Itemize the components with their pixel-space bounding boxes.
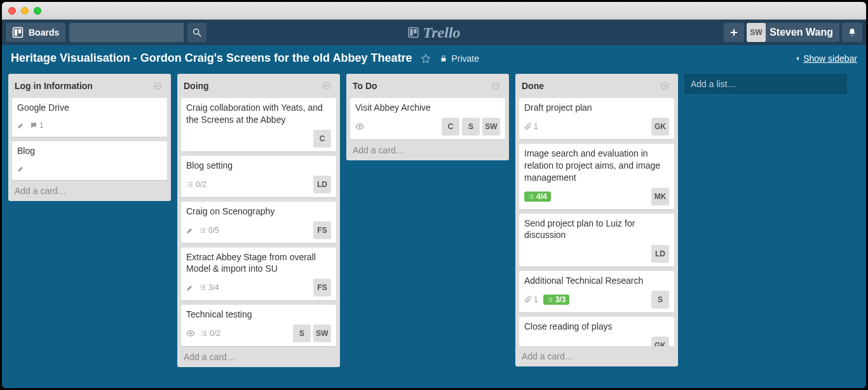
svg-rect-6	[410, 29, 413, 36]
member-avatar[interactable]: LD	[651, 245, 669, 263]
list-menu-button[interactable]	[658, 79, 672, 93]
list-todo: To Do Visit Abbey Archive C S S	[346, 74, 509, 160]
eye-icon	[186, 329, 195, 338]
board-title[interactable]: Heritage Visualisation - Gordon Craig's …	[11, 52, 412, 65]
svg-point-13	[358, 125, 361, 128]
traffic-light-close[interactable]	[8, 7, 16, 15]
card[interactable]: Google Drive 1	[12, 98, 167, 137]
add-card-button[interactable]: Add a card…	[515, 346, 678, 366]
visibility-button[interactable]: Private	[440, 53, 479, 64]
list-menu-button[interactable]	[489, 79, 503, 93]
visibility-label: Private	[451, 53, 479, 64]
notifications-button[interactable]	[842, 23, 862, 42]
member-avatar[interactable]: FS	[313, 279, 331, 296]
attachment-icon	[524, 123, 532, 130]
user-name: Steven Wang	[770, 27, 833, 38]
traffic-light-minimize[interactable]	[21, 7, 29, 15]
star-icon	[421, 53, 431, 64]
checklist-icon	[547, 296, 553, 303]
card[interactable]: Close reading of plays GK	[519, 317, 674, 346]
svg-rect-1	[15, 29, 18, 36]
svg-point-3	[194, 29, 199, 34]
card-title: Blog setting	[186, 160, 331, 172]
card[interactable]: Visit Abbey Archive C S SW	[350, 98, 505, 140]
list-menu-button[interactable]	[320, 79, 334, 93]
card-title: Draft project plan	[524, 102, 669, 114]
chevron-down-circle-icon	[660, 81, 669, 90]
list-title[interactable]: To Do	[353, 81, 377, 91]
pencil-icon	[186, 284, 194, 291]
svg-rect-2	[18, 29, 22, 34]
boards-label: Boards	[29, 27, 59, 38]
member-avatar[interactable]: S	[462, 118, 480, 136]
list-menu-button[interactable]	[151, 79, 165, 93]
card[interactable]: Draft project plan 1 GK	[519, 98, 674, 140]
list-title[interactable]: Doing	[184, 81, 209, 91]
card-title: Blog	[17, 145, 162, 157]
card-title: Image search and evaluation in relation …	[524, 148, 669, 184]
card[interactable]: Craig on Scenography 0/5 FS	[181, 202, 336, 244]
card[interactable]: Technical testing 0/2 S SW	[181, 305, 336, 347]
add-card-button[interactable]: Add a card…	[346, 140, 509, 160]
chevron-down-circle-icon	[322, 81, 331, 90]
trello-logo-text: Trello	[423, 24, 460, 41]
card[interactable]: Additional Technical Research 1 3/3 S	[519, 271, 674, 313]
svg-rect-7	[414, 29, 417, 34]
checklist-badge: 0/2	[186, 180, 207, 189]
card-title: Send project plan to Luiz for discussion	[524, 218, 669, 242]
show-sidebar-label: Show sidebar	[803, 53, 857, 64]
member-avatar[interactable]: MK	[651, 188, 669, 205]
member-avatar[interactable]: GK	[651, 118, 669, 136]
create-button[interactable]	[724, 23, 744, 42]
checklist-badge: 0/2	[200, 329, 220, 338]
member-avatar[interactable]: C	[313, 130, 331, 148]
card-title: Craig on Scenography	[186, 205, 331, 218]
svg-rect-8	[442, 58, 446, 62]
user-menu[interactable]: SW Steven Wang	[747, 23, 839, 42]
card[interactable]: Blog	[12, 141, 167, 181]
member-avatar[interactable]: FS	[313, 221, 331, 239]
card[interactable]: Blog setting 0/2 LD	[181, 156, 336, 198]
card-title: Craig collaboration with Yeats, and the …	[186, 102, 331, 126]
add-card-button[interactable]: Add a card…	[177, 347, 340, 367]
list-done: Done Draft project plan 1 GK Image s	[515, 74, 678, 366]
card[interactable]: Send project plan to Luiz for discussion…	[519, 214, 674, 268]
card[interactable]: Craig collaboration with Yeats, and the …	[181, 98, 336, 152]
member-avatar[interactable]: SW	[482, 118, 500, 136]
eye-icon	[355, 122, 364, 131]
checklist-icon	[199, 226, 207, 234]
show-sidebar-button[interactable]: Show sidebar	[794, 53, 857, 64]
description-badge	[17, 165, 25, 172]
list-title[interactable]: Done	[522, 81, 544, 91]
attachment-icon	[524, 296, 532, 303]
description-badge	[186, 226, 194, 234]
pencil-icon	[17, 122, 25, 129]
member-avatar[interactable]: GK	[651, 337, 669, 346]
comment-icon	[30, 122, 37, 129]
star-button[interactable]	[421, 53, 431, 64]
add-card-button[interactable]: Add a card…	[8, 181, 171, 201]
svg-line-4	[198, 34, 201, 36]
member-avatar[interactable]: LD	[313, 176, 331, 193]
member-avatar[interactable]: S	[293, 324, 311, 342]
search-input[interactable]	[69, 23, 184, 42]
svg-point-12	[492, 83, 499, 90]
add-list-button[interactable]: Add a list…	[684, 74, 847, 94]
board-canvas[interactable]: Log in Information Google Drive 1	[2, 74, 866, 388]
search-button[interactable]	[187, 23, 207, 42]
search-icon	[192, 27, 202, 38]
svg-point-11	[189, 332, 192, 335]
trello-logo-icon	[407, 27, 419, 38]
trello-logo[interactable]: Trello	[407, 24, 460, 41]
boards-button[interactable]: Boards	[6, 23, 65, 42]
window-titlebar	[2, 2, 866, 20]
member-avatar[interactable]: SW	[313, 324, 331, 342]
list-title[interactable]: Log in Information	[15, 81, 93, 91]
chevron-down-circle-icon	[153, 81, 162, 90]
traffic-light-zoom[interactable]	[34, 7, 41, 15]
bell-icon	[847, 27, 857, 38]
member-avatar[interactable]: S	[651, 291, 669, 309]
member-avatar[interactable]: C	[442, 118, 459, 136]
card[interactable]: Image search and evaluation in relation …	[519, 144, 674, 210]
card[interactable]: Extract Abbey Stage from overall Model &…	[181, 247, 336, 302]
